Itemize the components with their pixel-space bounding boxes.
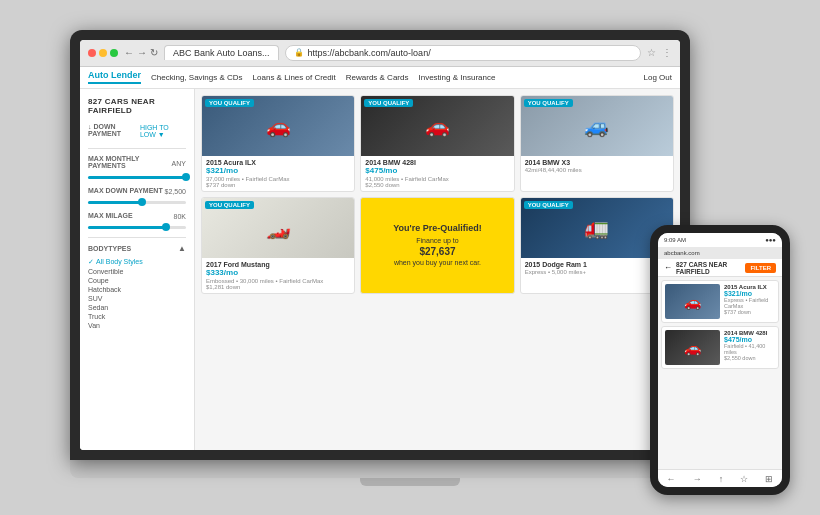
laptop-screen: ← → ↻ ABC Bank Auto Loans... 🔒 https://a… [80,40,680,450]
car-down-1: $737 down [206,182,350,188]
promo-title: You're Pre-Qualified! [393,223,482,233]
monthly-value: ANY [172,160,186,167]
nav-item-investing[interactable]: Investing & Insurance [418,73,495,82]
car-card-4[interactable]: 🏎️ YOU QUALIFY 2017 Ford Mustang $333/mo… [201,197,355,294]
phone-filter-button[interactable]: FILTER [745,263,776,273]
car-details-3: 42mi/48,44,400 miles [525,167,669,173]
phone-car-price-2: $475/mo [724,336,775,343]
phone-car-price-1: $321/mo [724,290,775,297]
phone-car-details-1: 2015 Acura ILX $321/mo Express • Fairfie… [724,284,775,319]
filter-down-payment-max: MAX DOWN PAYMENT $2,500 [88,187,186,204]
down-payment-slider-track [88,201,186,204]
nav-item-rewards[interactable]: Rewards & Cards [346,73,409,82]
phone-car-item-1[interactable]: 🚗 2015 Acura ILX $321/mo Express • Fairf… [661,280,779,323]
mileage-label: MAX MILAGE [88,212,133,219]
car-info-3: 2014 BMW X3 42mi/48,44,400 miles [521,156,673,176]
body-type-coupe[interactable]: Coupe [88,276,186,285]
body-type-convertible[interactable]: Convertible [88,267,186,276]
logout-button[interactable]: Log Out [644,73,672,82]
lock-icon: 🔒 [294,48,304,57]
nav-item-checking[interactable]: Checking, Savings & CDs [151,73,243,82]
filter-body-types: BODYTYPES ▲ ✓All Body Styles Convertible… [88,244,186,330]
car-name-3: 2014 BMW X3 [525,159,669,166]
main-content: 827 CARS NEAR FAIRFIELD ↓ DOWN PAYMENT H… [80,89,680,450]
laptop-base [70,460,750,478]
car-details-6: Express • 5,000 miles+ [525,269,669,275]
phone-car-item-2[interactable]: 🚗 2014 BMW 428I $475/mo Fairfield • 41,4… [661,326,779,369]
back-icon[interactable]: ← [124,47,134,58]
monthly-slider-thumb[interactable] [182,173,190,181]
body-type-hatchback[interactable]: Hatchback [88,285,186,294]
mileage-value: 80K [174,213,186,220]
nav-logo[interactable]: Auto Lender [88,70,141,84]
phone-time: 9:09 AM [664,237,686,243]
phone-back-nav-icon[interactable]: ← [667,474,676,484]
car-down-2: $2,550 down [365,182,509,188]
divider-2 [88,237,186,238]
car-image-2: 🚗 YOU QUALIFY [361,96,513,156]
down-payment-max-label: MAX DOWN PAYMENT [88,187,163,194]
forward-icon[interactable]: → [137,47,147,58]
body-type-van[interactable]: Van [88,321,186,330]
sort-button[interactable]: HIGH TO LOW ▼ [140,124,186,138]
browser-tab[interactable]: ABC Bank Auto Loans... [164,45,279,60]
monthly-slider-track [88,176,186,179]
car-price-2: $475/mo [365,166,509,175]
maximize-button[interactable] [110,49,118,57]
collapse-icon[interactable]: ▲ [178,244,186,253]
car-name-4: 2017 Ford Mustang [206,261,350,268]
mileage-slider-track [88,226,186,229]
close-button[interactable] [88,49,96,57]
body-type-sedan[interactable]: Sedan [88,303,186,312]
car-info-1: 2015 Acura ILX $321/mo 37,000 miles • Fa… [202,156,354,191]
phone-car-details-2: 2014 BMW 428I $475/mo Fairfield • 41,400… [724,330,775,365]
phone-car-sub-2: Fairfield • 41,400 miles [724,343,775,355]
phone-car-down-2: $2,550 down [724,355,775,361]
phone-nav-title: 827 CARS NEAR FAIRFIELD [676,261,745,275]
address-bar[interactable]: 🔒 https://abcbank.com/auto-loan/ [285,45,641,61]
laptop-stand [360,478,460,486]
body-type-suv[interactable]: SUV [88,294,186,303]
down-payment-slider-thumb[interactable] [138,198,146,206]
filter-monthly: MAX MONTHLY PAYMENTS ANY [88,155,186,179]
phone-car-image-2: 🚗 [665,330,720,365]
car-card-2[interactable]: 🚗 YOU QUALIFY 2014 BMW 428I $475/mo 41,0… [360,95,514,192]
car-card-1[interactable]: 🚗 YOU QUALIFY 2015 Acura ILX $321/mo 37,… [201,95,355,192]
promo-amount: $27,637 [394,245,481,258]
phone: 9:09 AM ●●● abcbank.com ← 827 CARS NEAR … [650,225,790,495]
mileage-slider-fill [88,226,166,229]
star-icon[interactable]: ☆ [647,47,656,58]
car-name-2: 2014 BMW 428I [365,159,509,166]
qualify-badge-4: YOU QUALIFY [205,201,254,209]
phone-forward-nav-icon[interactable]: → [693,474,702,484]
car-grid: 🚗 YOU QUALIFY 2015 Acura ILX $321/mo 37,… [195,89,680,450]
refresh-icon[interactable]: ↻ [150,47,158,58]
nav-item-loans[interactable]: Loans & Lines of Credit [253,73,336,82]
car-name-1: 2015 Acura ILX [206,159,350,166]
qualify-badge-1: YOU QUALIFY [205,99,254,107]
phone-share-icon[interactable]: ↑ [719,474,724,484]
down-payment-max-value: $2,500 [165,188,186,195]
body-type-all[interactable]: ✓All Body Styles [88,257,186,267]
phone-car-image-1: 🚗 [665,284,720,319]
qualify-badge-6: YOU QUALIFY [524,201,573,209]
filter-mileage: MAX MILAGE 80K [88,212,186,229]
mileage-slider-thumb[interactable] [162,223,170,231]
menu-icon[interactable]: ⋮ [662,47,672,58]
car-info-4: 2017 Ford Mustang $333/mo Embossed • 30,… [202,258,354,293]
car-down-4: $1,281 down [206,284,350,290]
car-price-4: $333/mo [206,268,350,277]
phone-bookmark-icon[interactable]: ☆ [740,474,748,484]
browser-chrome: ← → ↻ ABC Bank Auto Loans... 🔒 https://a… [80,40,680,67]
promo-card[interactable]: You're Pre-Qualified! Finance up to $27,… [360,197,514,294]
phone-back-icon[interactable]: ← [664,263,672,272]
car-card-3[interactable]: 🚙 YOU QUALIFY 2014 BMW X3 42mi/48,44,400… [520,95,674,192]
minimize-button[interactable] [99,49,107,57]
body-type-truck[interactable]: Truck [88,312,186,321]
phone-tabs-icon[interactable]: ⊞ [765,474,773,484]
nav-items: Checking, Savings & CDs Loans & Lines of… [151,73,644,82]
car-price-1: $321/mo [206,166,350,175]
traffic-lights [88,49,118,57]
laptop: ← → ↻ ABC Bank Auto Loans... 🔒 https://a… [70,30,690,460]
browser-nav-arrows: ← → ↻ [124,47,158,58]
